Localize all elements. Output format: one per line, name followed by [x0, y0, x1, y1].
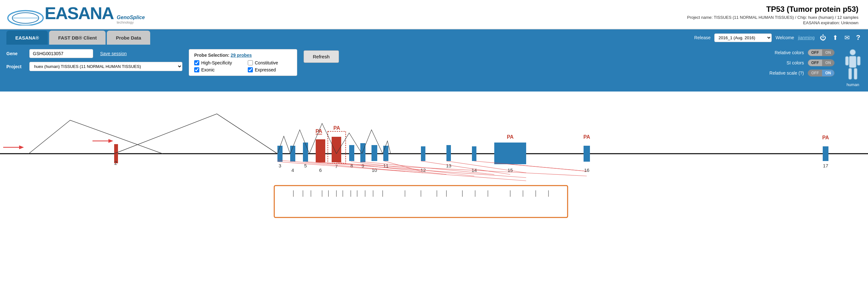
exon-8 — [349, 145, 354, 161]
nav-right: Release 2016_1 (Aug. 2016) Welcome jianm… — [694, 33, 862, 42]
refresh-button[interactable]: Refresh — [304, 50, 339, 63]
project-row: Project huex (human) TISSUES (11 NORMAL … — [6, 62, 182, 71]
probe-panel-title: Probe Selection: 29 probes — [194, 53, 292, 58]
human-figure: human — [844, 49, 862, 87]
help-icon[interactable]: ? — [855, 33, 862, 42]
si-colors-toggle[interactable]: OFF ON — [808, 59, 835, 66]
probe-option-exonic: Exonic — [194, 67, 238, 72]
svg-rect-7 — [848, 68, 852, 80]
pa-label-2: PA — [333, 125, 340, 131]
expiration: EASANA expiration: Unknown — [687, 21, 859, 25]
left-arrow-2 — [92, 139, 113, 143]
logo-technology: technology — [117, 21, 145, 24]
tab-easana[interactable]: EASANA® — [6, 31, 48, 44]
project-label: Project — [6, 64, 26, 69]
nav-bar: EASANA® FAST DB® Client Probe Data Relea… — [0, 29, 868, 46]
label-exon-16: 16 — [584, 168, 590, 173]
probe-ticks — [293, 190, 549, 197]
gene-row: Gene Save session — [6, 49, 182, 58]
checkbox-high-specificity[interactable] — [194, 60, 199, 65]
human-label: human — [847, 82, 859, 87]
logo-arc-icon — [6, 3, 44, 26]
download-icon[interactable]: ⬆ — [831, 33, 839, 42]
logo-main: EASANA — [44, 4, 114, 22]
label-expressed: Expressed — [255, 67, 276, 72]
tab-probe-data[interactable]: Probe Data — [107, 31, 150, 44]
relative-scale-label: Relative scale (?) — [770, 70, 804, 76]
label-exon-17: 17 — [823, 163, 829, 168]
probe-options: High-Specificity Constitutive Exonic Exp… — [194, 60, 292, 72]
svg-marker-11 — [19, 145, 24, 149]
mail-icon[interactable]: ✉ — [843, 33, 851, 42]
exon-7 — [332, 137, 341, 162]
exon-3 — [277, 146, 282, 162]
controls-bar: Gene Save session Project huex (human) T… — [0, 46, 868, 91]
probe-selection-label: Probe Selection: — [194, 53, 230, 58]
exon-16 — [584, 146, 590, 162]
checkbox-constitutive[interactable] — [248, 60, 253, 65]
gene-info: TP53 (Tumor protein p53) Project name: T… — [687, 3, 859, 25]
relative-colors-label: Relative colors — [775, 50, 804, 55]
exon-10 — [372, 145, 377, 161]
release-select[interactable]: 2016_1 (Aug. 2016) — [714, 33, 772, 42]
relative-scale-on: ON — [822, 70, 834, 76]
relative-colors-on-inactive: ON — [822, 50, 834, 56]
welcome-prefix: Welcome — [776, 35, 794, 40]
si-colors-row: SI colors OFF ON — [770, 59, 835, 66]
svg-rect-5 — [845, 56, 848, 65]
label-exon-2: 2 — [115, 160, 117, 166]
exon-4 — [290, 146, 295, 162]
probe-panel: Probe Selection: 29 probes High-Specific… — [189, 49, 297, 76]
probe-option-constitutive: Constitutive — [248, 60, 292, 65]
project-name: Project name: TISSUES (11 NORMAL HUMAN T… — [687, 15, 859, 20]
logo-container: EASANA GenoSplice technology — [6, 3, 145, 26]
gene-title: TP53 (Tumor protein p53) — [687, 5, 859, 14]
probe-option-high-specificity: High-Specificity — [194, 60, 238, 65]
svg-rect-6 — [857, 56, 860, 65]
right-controls: Relative colors OFF ON SI colors OFF ON … — [770, 49, 835, 77]
exon-11 — [383, 146, 389, 161]
svg-rect-14 — [316, 133, 322, 135]
relative-scale-row: Relative scale (?) OFF ON — [770, 69, 835, 77]
svg-line-24 — [510, 164, 587, 171]
probe-count-link[interactable]: 29 probes — [230, 53, 252, 58]
relative-colors-off: OFF — [808, 50, 822, 56]
label-exon-6: 6 — [319, 168, 322, 173]
logo-genosplice: GenoSplice — [117, 14, 145, 21]
exon-15 — [494, 143, 526, 164]
svg-marker-13 — [108, 139, 113, 143]
exon-14 — [472, 146, 476, 161]
controls-left: Gene Save session Project huex (human) T… — [6, 49, 182, 71]
checkbox-exonic[interactable] — [194, 67, 199, 72]
exon-5 — [303, 143, 308, 162]
relative-scale-off-inactive: OFF — [808, 70, 822, 76]
gene-input[interactable] — [29, 49, 93, 58]
svg-rect-8 — [854, 68, 857, 80]
si-colors-off: OFF — [808, 60, 822, 66]
label-exonic: Exonic — [201, 67, 215, 72]
gene-label: Gene — [6, 51, 26, 56]
left-arrow-1 — [3, 145, 24, 149]
relative-colors-row: Relative colors OFF ON — [770, 49, 835, 56]
power-icon[interactable]: ⏻ — [818, 33, 828, 42]
username-link[interactable]: jianming — [798, 35, 814, 40]
relative-scale-toggle[interactable]: OFF ON — [808, 69, 835, 77]
exon-17 — [823, 146, 829, 161]
diagram-area: 2 PA 3 4 5 6 7 PA 8 9 10 — [0, 91, 868, 225]
label-exon-3: 3 — [279, 163, 281, 168]
save-session-link[interactable]: Save session — [100, 51, 127, 56]
exon-6 — [316, 139, 325, 162]
svg-line-26 — [306, 162, 526, 178]
project-select[interactable]: huex (human) TISSUES (11 NORMAL HUMAN TI… — [29, 62, 182, 71]
label-high-specificity: High-Specificity — [201, 60, 232, 65]
pa-label-4: PA — [583, 134, 590, 140]
relative-colors-toggle[interactable]: OFF ON — [808, 49, 835, 56]
human-body-icon — [844, 49, 862, 81]
tab-fastdb[interactable]: FAST DB® Client — [49, 31, 105, 44]
probe-option-expressed: Expressed — [248, 67, 292, 72]
logo-text-area: EASANA GenoSplice technology — [44, 4, 145, 24]
label-constitutive: Constitutive — [255, 60, 278, 65]
top-header: EASANA GenoSplice technology TP53 (Tumor… — [0, 0, 868, 29]
pa-label-5: PA — [822, 135, 829, 140]
checkbox-expressed[interactable] — [248, 67, 253, 72]
